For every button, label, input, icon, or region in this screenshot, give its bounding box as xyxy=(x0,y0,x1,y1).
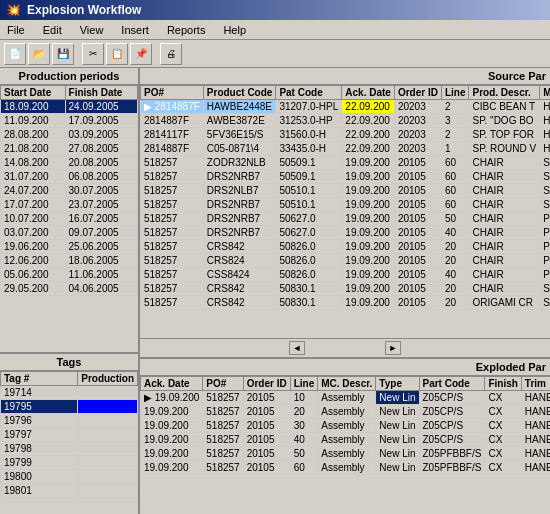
tag-production-cell xyxy=(78,442,138,456)
production-period-row[interactable]: 14.08.20020.08.2005 xyxy=(1,156,138,170)
production-period-row[interactable]: 05.06.20011.06.2005 xyxy=(1,268,138,282)
exploded-part-row[interactable]: 19.09.2005182572010550AssemblyNew LinZ05… xyxy=(141,447,551,461)
menu-help[interactable]: Help xyxy=(220,23,249,37)
source-part-row[interactable]: 518257ZODR32NLB50509.119.09.2002010560CH… xyxy=(141,156,551,170)
production-period-row[interactable]: 18.09.20024.09.2005 xyxy=(1,100,138,114)
tag-production-cell xyxy=(78,386,138,400)
source-cell: CRS842 xyxy=(203,296,276,310)
source-part-row[interactable]: ▶ 2814887FHAWBE2448E31207.0-HPL22.09.200… xyxy=(141,100,551,114)
tag-num-cell: 19801 xyxy=(1,484,78,498)
production-period-row[interactable]: 17.07.20023.07.2005 xyxy=(1,198,138,212)
source-part-row[interactable]: 2814887FAWBE3872E31253.0-HP22.09.2002020… xyxy=(141,114,551,128)
finish-date-cell: 11.06.2005 xyxy=(65,268,137,282)
exploded-part-row[interactable]: 19.09.2005182572010540AssemblyNew LinZ05… xyxy=(141,433,551,447)
tags-header: Tags xyxy=(0,354,138,371)
menu-file[interactable]: File xyxy=(4,23,28,37)
source-part-row[interactable]: 518257CRS84250826.019.09.2002010520CHAIR… xyxy=(141,240,551,254)
tag-row[interactable]: 19798 xyxy=(1,442,138,456)
source-part-row[interactable]: 518257DRS2NRB750510.119.09.2002010560CHA… xyxy=(141,198,551,212)
exploded-part-row[interactable]: 19.09.2005182572010530AssemblyNew LinZ05… xyxy=(141,419,551,433)
tag-row[interactable]: 19797 xyxy=(1,428,138,442)
production-period-row[interactable]: 29.05.20004.06.2005 xyxy=(1,282,138,296)
production-period-row[interactable]: 10.07.20016.07.2005 xyxy=(1,212,138,226)
exploded-cell: 518257 xyxy=(203,433,243,447)
production-period-row[interactable]: 12.06.20018.06.2005 xyxy=(1,254,138,268)
exploded-cell: HANE xyxy=(521,391,550,405)
start-date-cell: 14.08.200 xyxy=(1,156,66,170)
source-part-row[interactable]: 518257CSS842450826.019.09.2002010540CHAI… xyxy=(141,268,551,282)
exploded-cell: 19.09.200 xyxy=(141,447,203,461)
source-cell: Seamless xyxy=(540,198,550,212)
scroll-right-btn[interactable]: ► xyxy=(385,341,401,355)
exploded-part-row[interactable]: ▶ 19.09.2005182572010510AssemblyNew LinZ… xyxy=(141,391,551,405)
production-period-row[interactable]: 03.07.20009.07.2005 xyxy=(1,226,138,240)
new-button[interactable]: 📄 xyxy=(4,43,26,65)
production-period-row[interactable]: 21.08.20027.08.2005 xyxy=(1,142,138,156)
source-part-row[interactable]: 518257DRS2NRB750627.019.09.2002010550CHA… xyxy=(141,212,551,226)
source-part-row[interactable]: 518257CRS82450826.019.09.2002010520CHAIR… xyxy=(141,254,551,268)
menu-view[interactable]: View xyxy=(77,23,107,37)
tag-production-cell xyxy=(78,484,138,498)
source-cell: 50627.0 xyxy=(276,226,342,240)
production-period-row[interactable]: 31.07.20006.08.2005 xyxy=(1,170,138,184)
source-cell: ▶ 2814887F xyxy=(141,100,204,114)
source-part-row[interactable]: 518257DRS2NRB750509.119.09.2002010560CHA… xyxy=(141,170,551,184)
source-part-row[interactable]: 518257CRS84250830.119.09.2002010520CHAIR… xyxy=(141,282,551,296)
print-button[interactable]: 🖨 xyxy=(160,43,182,65)
tag-row[interactable]: 19714 xyxy=(1,386,138,400)
scroll-left-btn[interactable]: ◄ xyxy=(289,341,305,355)
production-period-row[interactable]: 19.06.20025.06.2005 xyxy=(1,240,138,254)
source-cell: 2814887F xyxy=(141,114,204,128)
source-cell: 20105 xyxy=(394,170,441,184)
tag-row[interactable]: 19799 xyxy=(1,456,138,470)
source-cell: Seamless xyxy=(540,184,550,198)
source-part-row[interactable]: 518257DRS2NLB750510.119.09.2002010560CHA… xyxy=(141,184,551,198)
menu-reports[interactable]: Reports xyxy=(164,23,209,37)
menu-edit[interactable]: Edit xyxy=(40,23,65,37)
exploded-cell: 60 xyxy=(290,461,318,475)
exploded-cell: Z05CP/S xyxy=(419,419,485,433)
exploded-cell: Z05CP/S xyxy=(419,433,485,447)
source-cell: 3 xyxy=(441,114,469,128)
exploded-part-row[interactable]: 19.09.2005182572010520AssemblyNew LinZ05… xyxy=(141,405,551,419)
save-button[interactable]: 💾 xyxy=(52,43,74,65)
source-table-wrapper[interactable]: PO# Product Code Pat Code Ack. Date Orde… xyxy=(140,85,550,338)
source-part-row[interactable]: 518257CRS84250830.119.09.2002010520ORIGA… xyxy=(141,296,551,310)
source-part-row[interactable]: 2814117F5FV36E15/S31560.0-H22.09.2002020… xyxy=(141,128,551,142)
finish-date-cell: 20.08.2005 xyxy=(65,156,137,170)
production-periods-header: Production periods xyxy=(0,68,138,85)
production-period-row[interactable]: 11.09.20017.09.2005 xyxy=(1,114,138,128)
production-periods-table-container[interactable]: Start Date Finish Date 18.09.20024.09.20… xyxy=(0,85,138,349)
production-period-row[interactable]: 28.08.20003.09.2005 xyxy=(1,128,138,142)
source-cell: 60 xyxy=(441,198,469,212)
exploded-part-row[interactable]: 19.09.2005182572010560AssemblyNew LinZ05… xyxy=(141,461,551,475)
production-period-row[interactable]: 24.07.20030.07.2005 xyxy=(1,184,138,198)
tag-production-cell xyxy=(78,400,138,414)
tag-row[interactable]: 19796 xyxy=(1,414,138,428)
cut-button[interactable]: ✂ xyxy=(82,43,104,65)
menu-insert[interactable]: Insert xyxy=(118,23,152,37)
tag-row[interactable]: 19801 xyxy=(1,484,138,498)
exploded-cell: New Lin xyxy=(376,447,419,461)
source-cell: 50510.1 xyxy=(276,198,342,212)
paste-button[interactable]: 📌 xyxy=(130,43,152,65)
exploded-table-wrapper[interactable]: Ack. Date PO# Order ID Line MC. Descr. T… xyxy=(140,376,550,514)
exploded-section: Exploded Par Ack. Date PO# Order ID Line… xyxy=(140,359,550,514)
copy-button[interactable]: 📋 xyxy=(106,43,128,65)
col-tag-num: Tag # xyxy=(1,372,78,386)
tag-num-cell: 19799 xyxy=(1,456,78,470)
source-cell: PB xyxy=(540,240,550,254)
open-button[interactable]: 📂 xyxy=(28,43,50,65)
tag-row[interactable]: 19795 xyxy=(1,400,138,414)
tag-row[interactable]: 19800 xyxy=(1,470,138,484)
exploded-header: Exploded Par xyxy=(140,359,550,376)
col-ack-date: Ack. Date xyxy=(342,86,395,100)
source-part-row[interactable]: 2814887FC05-0871\433435.0-H22.09.2002020… xyxy=(141,142,551,156)
source-part-row[interactable]: 518257DRS2NRB750627.019.09.2002010540CHA… xyxy=(141,226,551,240)
source-cell: Seamless xyxy=(540,170,550,184)
tags-table-wrapper[interactable]: Tag # Production 19714197951979619797197… xyxy=(0,371,138,511)
finish-date-cell: 25.06.2005 xyxy=(65,240,137,254)
source-cell: DRS2NRB7 xyxy=(203,170,276,184)
source-cell: 50509.1 xyxy=(276,170,342,184)
source-cell: 19.09.200 xyxy=(342,254,395,268)
